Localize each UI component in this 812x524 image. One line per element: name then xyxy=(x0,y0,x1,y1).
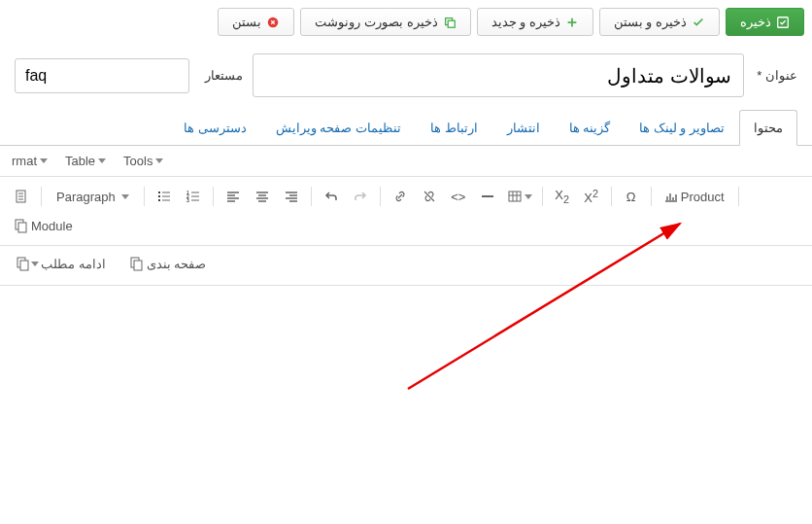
svg-rect-15 xyxy=(20,261,28,270)
pagebreak-button[interactable]: صفحه بندی xyxy=(121,250,217,277)
link-button[interactable] xyxy=(387,183,414,210)
redo-icon xyxy=(353,189,368,204)
save-button[interactable]: ذخیره xyxy=(726,8,804,36)
link-icon xyxy=(392,189,408,204)
ol-button[interactable]: 123 xyxy=(180,183,207,210)
plus-icon xyxy=(565,16,579,29)
tab-content[interactable]: محتوا xyxy=(739,110,797,146)
readmore-icon xyxy=(16,256,31,271)
editor-toolbar-2: ادامه مطلب صفحه بندی xyxy=(0,246,812,286)
align-center-button[interactable] xyxy=(249,183,276,210)
tab-options[interactable]: گزینه ها xyxy=(555,110,626,146)
align-right-button[interactable] xyxy=(278,183,305,210)
readmore-button[interactable]: ادامه مطلب xyxy=(8,250,116,277)
tab-bar: محتوا تصاویر و لینک ها گزینه ها انتشار ا… xyxy=(0,110,812,146)
svg-point-7 xyxy=(158,199,160,201)
tab-assoc[interactable]: ارتباط ها xyxy=(416,110,492,146)
code-button[interactable]: <> xyxy=(445,183,472,210)
unlink-button[interactable] xyxy=(416,183,443,210)
hr-button[interactable] xyxy=(474,183,501,210)
close-icon xyxy=(266,16,280,29)
menu-tools[interactable]: Tools xyxy=(123,154,163,168)
undo-button[interactable] xyxy=(318,183,345,210)
svg-rect-13 xyxy=(18,223,26,232)
alias-input[interactable] xyxy=(15,58,189,93)
ul-button[interactable] xyxy=(151,183,178,210)
ol-icon: 123 xyxy=(186,189,201,204)
save-close-label: ذخیره و بستن xyxy=(614,15,687,29)
action-toolbar: ذخیره ذخیره و بستن ذخیره و جدید ذخیره بص… xyxy=(0,0,812,44)
chart-icon xyxy=(663,189,679,204)
align-left-icon xyxy=(225,189,241,204)
menu-table[interactable]: Table xyxy=(65,154,106,168)
svg-text:3: 3 xyxy=(186,197,189,203)
close-label: بستن xyxy=(232,15,261,29)
subscript-button[interactable]: X2 xyxy=(549,183,576,210)
save-copy-button[interactable]: ذخیره بصورت رونوشت xyxy=(300,8,470,36)
tab-images[interactable]: تصاویر و لینک ها xyxy=(625,110,739,146)
editor-toolbar: Paragraph 123 <> X2 X2 Ω Product Module xyxy=(0,177,812,246)
hr-icon xyxy=(480,189,495,204)
svg-rect-2 xyxy=(448,20,455,27)
undo-icon xyxy=(323,189,339,204)
module-icon xyxy=(14,218,29,233)
tab-publish[interactable]: انتشار xyxy=(492,110,555,146)
svg-point-6 xyxy=(158,195,160,197)
specialchar-button[interactable]: Ω xyxy=(618,183,645,210)
align-left-button[interactable] xyxy=(220,183,247,210)
omega-icon: Ω xyxy=(625,190,638,204)
check-icon xyxy=(692,16,705,29)
redo-button[interactable] xyxy=(347,183,374,210)
module-button[interactable]: Module xyxy=(8,212,81,239)
unlink-icon xyxy=(422,189,437,204)
svg-point-5 xyxy=(158,192,160,193)
paragraph-select[interactable]: Paragraph xyxy=(48,185,138,209)
save-label: ذخیره xyxy=(740,15,771,29)
newdoc-button[interactable] xyxy=(8,183,35,210)
apply-icon xyxy=(776,16,790,29)
menu-format[interactable]: rmat xyxy=(12,154,48,168)
table-button[interactable] xyxy=(503,183,536,210)
product-button[interactable]: Product xyxy=(658,183,732,210)
title-label: عنوان * xyxy=(754,68,797,83)
tab-editconfig[interactable]: تنظیمات صفحه ویرایش xyxy=(261,110,416,146)
align-center-icon xyxy=(254,189,270,204)
superscript-icon: X2 xyxy=(582,188,600,205)
superscript-button[interactable]: X2 xyxy=(578,183,605,210)
close-button[interactable]: بستن xyxy=(218,8,294,36)
tab-permissions[interactable]: دسترسی ها xyxy=(169,110,261,146)
editor-container: rmat Table Tools Paragraph 123 <> X2 X2 … xyxy=(0,145,812,524)
svg-rect-17 xyxy=(134,261,142,270)
title-row: عنوان * مستعار xyxy=(0,44,812,102)
code-icon: <> xyxy=(449,190,467,204)
editor-menubar: rmat Table Tools xyxy=(0,146,812,177)
title-input[interactable] xyxy=(253,53,744,97)
table-icon xyxy=(507,189,523,204)
pagebreak-icon xyxy=(129,256,145,271)
svg-rect-11 xyxy=(509,192,521,201)
alias-label: مستعار xyxy=(199,68,243,83)
newdoc-icon xyxy=(14,189,29,204)
ul-icon xyxy=(156,189,172,204)
align-right-icon xyxy=(284,189,299,204)
copy-icon xyxy=(443,16,457,29)
save-new-button[interactable]: ذخیره و جدید xyxy=(477,8,593,36)
save-new-label: ذخیره و جدید xyxy=(491,15,560,29)
editor-content-area[interactable] xyxy=(0,286,812,524)
subscript-icon: X2 xyxy=(553,188,571,205)
save-copy-label: ذخیره بصورت رونوشت xyxy=(315,15,437,29)
save-close-button[interactable]: ذخیره و بستن xyxy=(599,8,720,36)
